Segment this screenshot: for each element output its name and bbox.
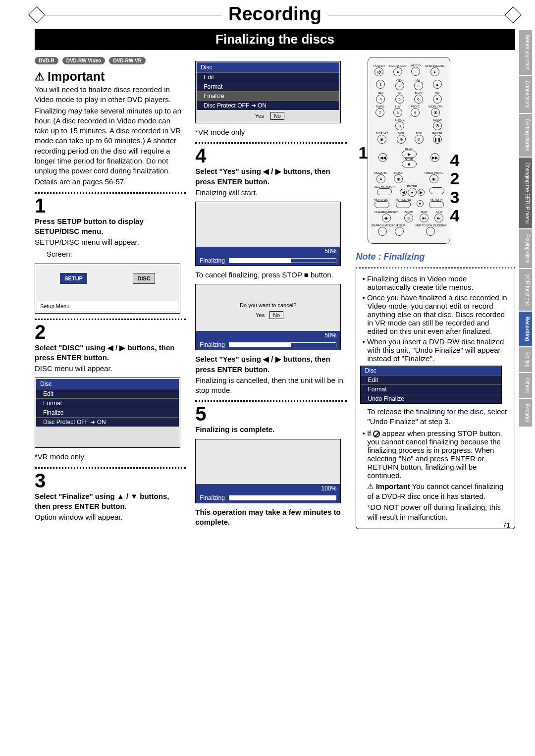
important-heading: Important xyxy=(35,69,186,84)
menu-item: Format xyxy=(361,384,501,394)
separator xyxy=(35,192,186,194)
tab[interactable]: Others xyxy=(519,373,532,399)
progress-bar xyxy=(229,258,336,263)
badge: DVD-R xyxy=(35,57,58,64)
separator xyxy=(195,400,347,402)
progress-percent: 100% xyxy=(196,484,340,493)
disc-menu-screen: Disc Edit Format Finalize Disc Protect O… xyxy=(195,61,341,123)
separator xyxy=(35,319,186,320)
remote-callout: 4 xyxy=(450,207,460,225)
tab[interactable]: Connections xyxy=(519,76,532,114)
tab[interactable]: Changing the SETUP menu xyxy=(519,158,532,229)
body-text: Finalizing may take several minutes up t… xyxy=(35,106,186,176)
page-header: Recording xyxy=(35,15,515,37)
tab[interactable]: Getting started xyxy=(519,114,532,158)
separator xyxy=(356,267,515,269)
progress-label: Finalizing xyxy=(200,341,225,348)
yes-option: Yes xyxy=(252,112,267,119)
menu-item: Edit xyxy=(197,72,339,82)
menu-item: Undo Finalize xyxy=(361,394,501,403)
menu-item: Format xyxy=(36,398,179,408)
separator xyxy=(35,467,186,469)
decor-diamond-left xyxy=(28,6,45,23)
tab[interactable]: Playing discs xyxy=(519,229,532,269)
page-title: Recording xyxy=(221,3,328,25)
menu-item: Format xyxy=(197,82,339,91)
disc-badges: DVD-R DVD-RW Video DVD-RW VR xyxy=(35,57,186,64)
remote-callout: 2 xyxy=(450,169,460,188)
remote-callout: 4 xyxy=(450,151,460,169)
menu-caption: Setup Menu xyxy=(37,301,178,311)
setup-menu-screen: SETUP DISC Setup Menu xyxy=(35,264,180,314)
tab[interactable]: Before you start xyxy=(519,30,532,76)
body-text: Details are an pages 56-57. xyxy=(35,177,186,187)
side-tabs: Before you start Connections Getting sta… xyxy=(519,30,532,428)
step-instruction: Select "Yes" using ◀ / ▶ buttons, then p… xyxy=(195,354,347,375)
decor-diamond-right xyxy=(505,6,522,23)
menu-setup-button: SETUP xyxy=(60,273,87,284)
menu-header: Disc xyxy=(361,366,501,375)
step-instruction: Finalizing is complete. xyxy=(195,425,347,434)
tab[interactable]: Español xyxy=(519,399,532,428)
step-number: 2 xyxy=(35,322,186,342)
remote-control-diagram: POWER⏻ REC SPEED● AUDIO OPEN/CLOSE▲ 1ABC… xyxy=(368,57,450,244)
menu-header: Disc xyxy=(36,379,179,389)
menu-disc-button: DISC xyxy=(133,273,155,284)
note-item: When you insert a DVD-RW disc finalized … xyxy=(362,337,511,363)
badge: DVD-RW VR xyxy=(109,57,146,64)
important-note: ⚠ Important You cannot cancel finalizing… xyxy=(360,482,511,502)
yes-option: Yes xyxy=(253,312,268,319)
disc-menu-screen: Disc Edit Format Finalize Disc Protect O… xyxy=(35,378,180,448)
cancel-question: Do you want to cancel? xyxy=(196,299,340,309)
progress-bar-full xyxy=(229,495,336,500)
step-text: Finalizing is cancelled, then the unit w… xyxy=(195,376,347,396)
menu-item: Disc Protect OFF ➜ ON xyxy=(197,101,339,110)
tab[interactable]: VCR functions xyxy=(519,269,532,312)
badge: DVD-RW Video xyxy=(62,57,106,64)
undo-finalize-menu: Disc Edit Format Undo Finalize xyxy=(360,366,501,404)
menu-item-selected: Finalize xyxy=(197,91,339,101)
tab[interactable]: Editing xyxy=(519,347,532,374)
note-box: Finalizing discs in Video mode automatic… xyxy=(356,270,515,529)
screen-label: Screen: xyxy=(47,249,186,259)
progress-label: Finalizing xyxy=(200,257,225,264)
page-number: 71 xyxy=(502,521,510,529)
step-instruction: Select "Finalize" using ▲ / ▼ buttons, t… xyxy=(35,491,186,512)
menu-header: Disc xyxy=(197,62,339,72)
footnote: *VR mode only xyxy=(35,452,186,462)
yes-no-prompt: Yes No xyxy=(197,110,339,122)
step-text: DISC menu will appear. xyxy=(35,364,186,374)
step-instruction: Select "Yes" using ◀ / ▶ buttons, then p… xyxy=(195,166,347,187)
step-text: Option window will appear. xyxy=(35,512,186,522)
separator xyxy=(195,142,347,144)
note-item: If appear when pressing STOP button, you… xyxy=(362,429,511,480)
warning-text: This operation may take a few minutes to… xyxy=(195,507,347,528)
note-item: To release the finalizing for the disc, … xyxy=(360,407,511,427)
remote-callout: 3 xyxy=(450,188,460,207)
no-option: No xyxy=(270,112,284,120)
note-item: Once you have finalized a disc recorded … xyxy=(362,293,511,335)
finalizing-progress-screen: 58% Finalizing xyxy=(195,202,341,266)
step-number: 5 xyxy=(195,404,347,424)
step-number: 1 xyxy=(35,196,186,216)
step-instruction: Select "DISC" using ◀ / ▶ buttons, then … xyxy=(35,343,186,363)
menu-item: Edit xyxy=(36,389,179,398)
progress-bar xyxy=(229,342,336,347)
prohibit-icon xyxy=(373,431,380,437)
step-instruction: Press SETUP button to display SETUP/DISC… xyxy=(35,216,186,237)
progress-label: Finalizing xyxy=(200,494,225,501)
warning-note: *DO NOT power off during finalizing, thi… xyxy=(360,502,511,523)
footnote: *VR mode only xyxy=(195,127,347,137)
progress-percent: 58% xyxy=(196,247,340,256)
finalizing-complete-screen: 100% Finalizing xyxy=(195,439,341,503)
menu-item: Edit xyxy=(361,375,501,384)
body-text: You will need to finalize discs recorded… xyxy=(35,85,186,105)
note-heading: Note : Finalizing xyxy=(356,252,515,262)
step-number: 3 xyxy=(35,471,186,490)
remote-callout: 1 xyxy=(359,144,368,162)
cancel-prompt-screen: Do you want to cancel? YesNo 58% Finaliz… xyxy=(195,284,341,350)
menu-item: Finalize xyxy=(36,408,179,417)
menu-item: Disc Protect OFF ➜ ON xyxy=(36,417,179,427)
note-item: Finalizing discs in Video mode automatic… xyxy=(362,274,511,291)
tab-active[interactable]: Recording xyxy=(519,312,532,347)
